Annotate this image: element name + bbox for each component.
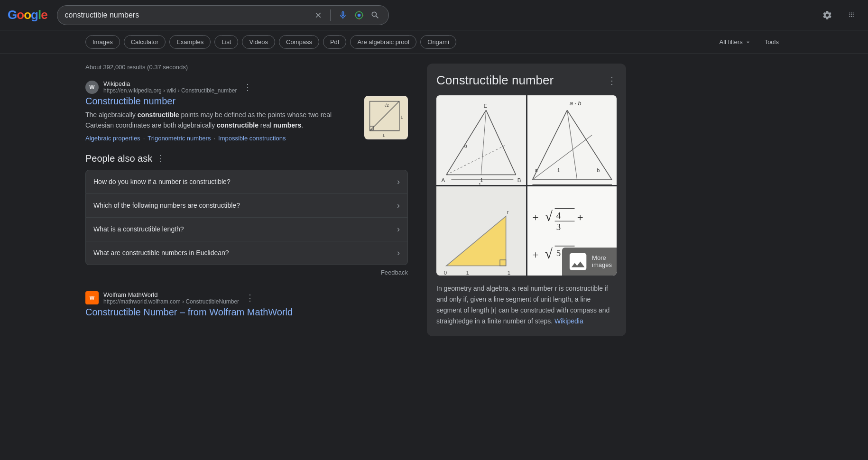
filter-pdf[interactable]: Pdf: [323, 35, 347, 49]
svg-text:1: 1: [382, 133, 385, 138]
source-name-wolfram: Wolfram MathWorld: [103, 291, 239, 298]
search-bar: [57, 5, 389, 25]
wolfram-initial: W: [90, 295, 94, 301]
wikipedia-result-title[interactable]: Constructible number: [85, 96, 357, 107]
paa-chevron-4: ›: [397, 248, 400, 258]
result-source-wikipedia: W Wikipedia https://en.wikipedia.org › w…: [85, 80, 408, 94]
lens-search-button[interactable]: [353, 9, 365, 21]
search-divider: [330, 9, 331, 21]
result-card-wikipedia: W Wikipedia https://en.wikipedia.org › w…: [85, 80, 408, 142]
clear-search-button[interactable]: [313, 10, 323, 20]
filter-examples[interactable]: Examples: [169, 35, 211, 49]
svg-text:1: 1: [401, 115, 403, 120]
header-right: [819, 7, 860, 24]
source-info-wikipedia: Wikipedia https://en.wikipedia.org › wik…: [103, 80, 237, 94]
filter-origami[interactable]: Origami: [420, 35, 456, 49]
apps-button[interactable]: [843, 7, 860, 24]
paa-title: People also ask: [85, 153, 152, 164]
result-text-area: Constructible number The algebraically c…: [85, 96, 357, 142]
result-with-image: Constructible number The algebraically c…: [85, 96, 408, 142]
wikipedia-thumbnail[interactable]: 1 1 √2: [364, 96, 408, 139]
svg-text:r: r: [507, 209, 509, 214]
paa-chevron-2: ›: [397, 201, 400, 211]
paa-list: How do you know if a number is construct…: [85, 170, 408, 265]
source-url-wikipedia: https://en.wikipedia.org › wiki › Constr…: [103, 87, 237, 94]
kp-description: In geometry and algebra, a real number r…: [436, 283, 617, 327]
link-sep-2: ·: [213, 135, 215, 142]
main-content: About 392,000 results (0.37 seconds) W W…: [0, 54, 868, 346]
all-filters-label: All filters: [720, 38, 743, 46]
kp-images-grid: A E B 1 a 1: [436, 95, 617, 276]
filter-compass[interactable]: Compass: [279, 35, 319, 49]
kp-image-2[interactable]: a · b a b 1 b: [527, 95, 617, 185]
filter-bar: Images Calculator Examples List Videos C…: [0, 30, 868, 54]
result-links: Algebraic properties · Trigonometric num…: [85, 135, 357, 142]
wikipedia-source-menu[interactable]: ⋮: [243, 83, 252, 92]
filter-videos[interactable]: Videos: [242, 35, 275, 49]
kp-image-3[interactable]: 0 1 r 1: [436, 186, 526, 276]
svg-text:4: 4: [556, 211, 561, 221]
wikipedia-favicon: W: [85, 81, 99, 94]
link-impossible-constructions[interactable]: Impossible constructions: [218, 135, 286, 142]
paa-item-1[interactable]: How do you know if a number is construct…: [85, 170, 408, 194]
left-column: About 392,000 results (0.37 seconds) W W…: [85, 64, 408, 336]
filter-are-algebraic-proof[interactable]: Are algebraic proof: [350, 35, 416, 49]
svg-rect-22: [527, 95, 617, 185]
svg-text:+: +: [577, 211, 583, 223]
link-algebraic-properties[interactable]: Algebraic properties: [85, 135, 140, 142]
svg-text:√2: √2: [384, 103, 389, 108]
link-trig-numbers[interactable]: Trigonometric numbers: [148, 135, 211, 142]
link-sep-1: ·: [143, 135, 145, 142]
search-submit-button[interactable]: [369, 9, 381, 21]
svg-text:√: √: [545, 209, 553, 224]
paa-question-3: What is a constructible length? ›: [86, 218, 407, 241]
svg-text:A: A: [441, 177, 445, 183]
wolfram-source-menu[interactable]: ⋮: [246, 294, 254, 302]
kp-image-4[interactable]: + √ 4 3 + + √ 5: [527, 186, 617, 276]
paa-item-2[interactable]: Which of the following numbers are const…: [85, 194, 408, 218]
svg-rect-9: [436, 95, 526, 185]
filter-calculator[interactable]: Calculator: [124, 35, 166, 49]
all-filters-button[interactable]: All filters: [716, 36, 755, 48]
result-card-wolfram: W Wolfram MathWorld https://mathworld.wo…: [85, 291, 408, 318]
kp-menu-button[interactable]: ⋮: [607, 75, 617, 86]
svg-text:a: a: [535, 168, 537, 173]
svg-text:1: 1: [508, 270, 510, 276]
more-images-label: More images: [592, 254, 612, 268]
voice-search-button[interactable]: [337, 9, 349, 21]
more-images-overlay[interactable]: More images: [562, 248, 617, 276]
feedback-link[interactable]: Feedback: [85, 265, 408, 280]
kp-image-1[interactable]: A E B 1 a 1: [436, 95, 526, 185]
svg-text:a · b: a · b: [570, 100, 581, 107]
filter-right: All filters Tools: [716, 36, 783, 48]
filter-images[interactable]: Images: [85, 35, 120, 49]
kp-wikipedia-link[interactable]: Wikipedia: [554, 317, 583, 325]
svg-text:5: 5: [556, 248, 560, 258]
svg-text:+: +: [532, 211, 538, 223]
svg-point-1: [357, 13, 360, 17]
tools-button[interactable]: Tools: [761, 36, 783, 48]
search-input[interactable]: [65, 11, 308, 19]
svg-text:+: +: [532, 248, 538, 260]
wolfram-result-title[interactable]: Constructible Number – from Wolfram Math…: [85, 307, 408, 318]
paa-menu-button[interactable]: ⋮: [156, 153, 165, 164]
paa-question-2: Which of the following numbers are const…: [86, 194, 407, 217]
filter-list[interactable]: List: [214, 35, 238, 49]
knowledge-panel-inner: Constructible number ⋮: [427, 64, 626, 336]
source-info-wolfram: Wolfram MathWorld https://mathworld.wolf…: [103, 291, 239, 305]
kp-header: Constructible number ⋮: [436, 73, 617, 88]
settings-button[interactable]: [819, 7, 836, 24]
svg-text:1: 1: [479, 182, 481, 185]
people-also-ask: People also ask ⋮ How do you know if a n…: [85, 153, 408, 280]
knowledge-panel: Constructible number ⋮: [427, 64, 626, 336]
paa-item-4[interactable]: What are constructible numbers in Euclid…: [85, 241, 408, 265]
paa-question-1: How do you know if a number is construct…: [86, 170, 407, 193]
result-source-wolfram: W Wolfram MathWorld https://mathworld.wo…: [85, 291, 408, 305]
svg-text:b: b: [597, 168, 600, 173]
paa-item-3[interactable]: What is a constructible length? ›: [85, 218, 408, 241]
paa-question-4: What are constructible numbers in Euclid…: [86, 241, 407, 265]
kp-title: Constructible number: [436, 73, 554, 88]
paa-chevron-1: ›: [397, 177, 400, 187]
results-count: About 392,000 results (0.37 seconds): [85, 64, 408, 71]
tools-label: Tools: [765, 38, 779, 46]
